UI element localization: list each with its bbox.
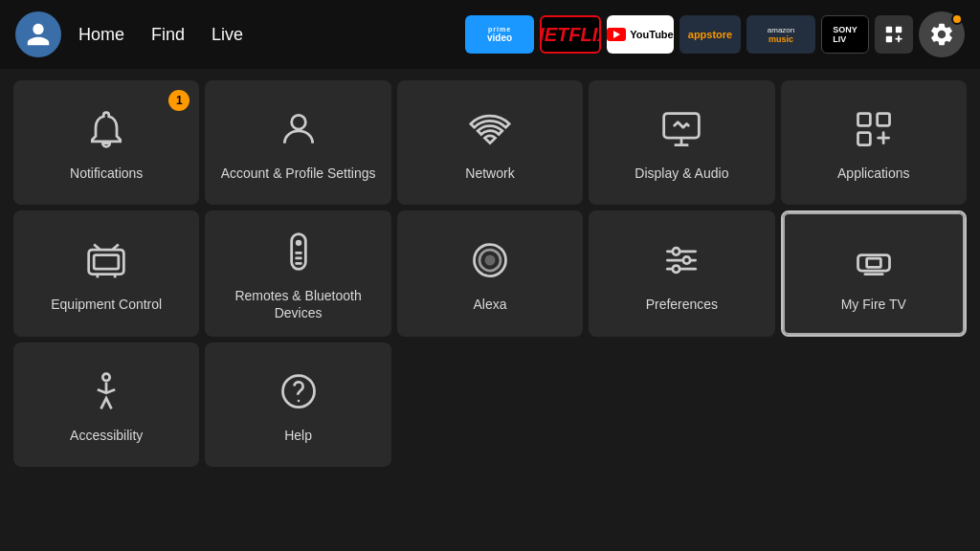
firetv-icon <box>850 236 898 284</box>
tile-remotes-bluetooth[interactable]: Remotes & Bluetooth Devices <box>205 210 390 337</box>
svg-rect-16 <box>295 257 301 260</box>
svg-point-32 <box>297 400 300 403</box>
tile-alexa[interactable]: Alexa <box>397 210 583 337</box>
app-grid-button[interactable] <box>875 15 913 54</box>
svg-rect-9 <box>94 255 119 270</box>
tile-applications-label: Applications <box>837 165 910 182</box>
tile-display-label: Display & Audio <box>635 165 728 182</box>
app-prime-video[interactable]: prime video <box>465 15 534 54</box>
svg-rect-1 <box>896 27 902 33</box>
tile-my-fire-tv-label: My Fire TV <box>841 296 906 313</box>
svg-point-3 <box>291 115 305 129</box>
tile-help[interactable]: Help <box>205 342 390 467</box>
svg-rect-7 <box>858 133 870 145</box>
tile-equipment-control[interactable]: Equipment Control <box>13 210 199 337</box>
svg-point-24 <box>673 248 679 254</box>
app-appstore[interactable]: appstore <box>679 15 741 54</box>
tile-account-profile[interactable]: Account & Profile Settings <box>205 80 390 205</box>
svg-point-26 <box>673 266 679 273</box>
svg-point-13 <box>297 241 301 245</box>
svg-rect-17 <box>295 262 301 265</box>
avatar[interactable] <box>15 11 61 57</box>
accessibility-icon <box>82 367 130 415</box>
sliders-icon <box>657 236 705 284</box>
tile-applications[interactable]: Applications <box>781 80 967 205</box>
svg-rect-0 <box>886 27 892 33</box>
svg-rect-6 <box>877 113 889 125</box>
grid-apps-icon <box>850 105 898 153</box>
app-icons-bar: prime video NETFLIX YouTube appstore ama… <box>465 11 965 57</box>
svg-rect-15 <box>295 252 301 254</box>
tile-equipment-label: Equipment Control <box>51 296 162 313</box>
tile-my-fire-tv[interactable]: My Fire TV <box>781 210 967 337</box>
tile-help-label: Help <box>284 427 312 444</box>
app-youtube[interactable]: YouTube <box>607 15 674 54</box>
nav-home[interactable]: Home <box>77 21 126 49</box>
tile-notifications-label: Notifications <box>70 165 143 182</box>
tile-accessibility[interactable]: Accessibility <box>13 342 199 467</box>
nav-find[interactable]: Find <box>149 21 187 49</box>
svg-rect-5 <box>858 113 870 125</box>
bell-icon <box>82 105 130 153</box>
nav-live[interactable]: Live <box>210 21 245 49</box>
tile-remotes-label: Remotes & Bluetooth Devices <box>216 287 379 321</box>
tile-display-audio[interactable]: Display & Audio <box>589 80 774 205</box>
tile-notifications[interactable]: 1 Notifications <box>13 80 199 205</box>
nav-links: Home Find Live <box>77 21 245 49</box>
tile-accessibility-label: Accessibility <box>70 427 143 444</box>
tile-network-label: Network <box>465 165 514 182</box>
tile-preferences[interactable]: Preferences <box>589 210 774 337</box>
topnav: Home Find Live prime video NETFLIX YouTu… <box>0 0 980 69</box>
settings-grid: 1 Notifications Account & Profile Settin… <box>0 69 980 478</box>
display-icon <box>657 105 705 153</box>
person-icon <box>275 105 323 153</box>
app-amazon-music[interactable]: amazon music <box>746 15 815 54</box>
wifi-icon <box>466 105 514 153</box>
app-netflix[interactable]: NETFLIX <box>540 15 601 54</box>
svg-point-30 <box>103 374 110 381</box>
svg-rect-2 <box>886 36 892 42</box>
tile-preferences-label: Preferences <box>646 296 718 313</box>
youtube-label: YouTube <box>630 29 673 40</box>
svg-rect-28 <box>866 258 880 267</box>
notifications-badge: 1 <box>168 90 189 111</box>
youtube-icon <box>607 28 626 41</box>
help-icon <box>275 367 323 415</box>
settings-notification-dot <box>951 13 963 25</box>
svg-point-25 <box>683 256 690 263</box>
app-sony-liv[interactable]: SONYLIV <box>821 15 869 54</box>
tile-account-label: Account & Profile Settings <box>221 165 376 182</box>
tile-alexa-label: Alexa <box>473 296 506 313</box>
svg-point-20 <box>484 255 495 266</box>
remote-icon <box>275 228 323 276</box>
alexa-icon <box>466 236 514 284</box>
tile-network[interactable]: Network <box>397 80 583 205</box>
settings-button[interactable] <box>919 11 965 57</box>
tv-icon <box>82 236 130 284</box>
